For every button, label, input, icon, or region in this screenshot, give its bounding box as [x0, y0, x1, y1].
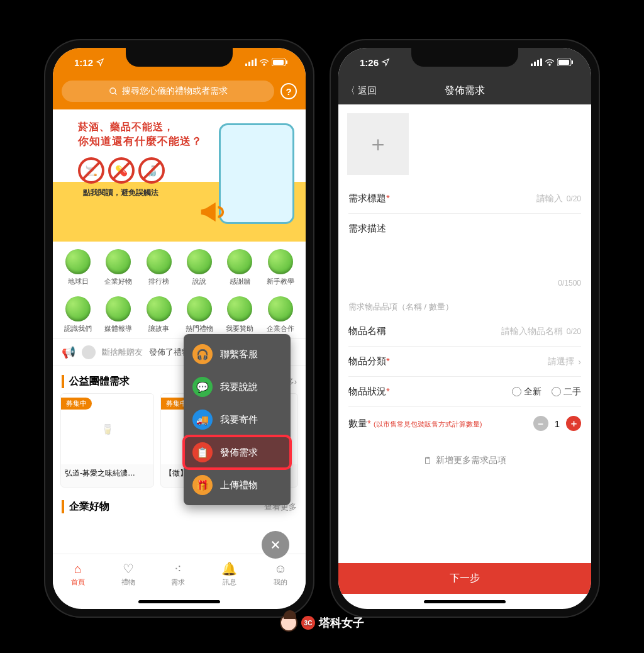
quick-item[interactable]: 熱門禮物 [179, 296, 219, 333]
add-item-button[interactable]: 🗒 新增更多需求品項 [338, 440, 591, 475]
title-input[interactable]: 請輸入 0/20 [536, 193, 581, 204]
home-indicator[interactable] [424, 600, 506, 603]
help-button[interactable]: ? [280, 83, 297, 99]
fab-publish-need[interactable]: 📋發佈需求 [184, 436, 291, 469]
section-subhead: 需求物品品項（名稱 / 數量） [348, 291, 581, 316]
svg-rect-6 [273, 60, 284, 65]
search-input[interactable]: 搜尋您心儀的禮物或者需求 [62, 81, 274, 102]
svg-rect-12 [531, 64, 533, 66]
quick-item[interactable]: 我要贊助 [219, 296, 260, 333]
banner-illustration [219, 123, 294, 224]
fab-contact[interactable]: 🎧聯繫客服 [184, 338, 291, 371]
radio-used[interactable]: 二手 [552, 386, 581, 398]
tab-needs[interactable]: ⁖需求 [171, 561, 185, 587]
status-time: 1:26 [360, 57, 379, 68]
chevron-right-icon: › [294, 377, 297, 386]
section-title: 企業好物 [62, 500, 109, 513]
battery-icon [557, 59, 574, 66]
link-icon [65, 296, 91, 321]
svg-point-4 [264, 64, 265, 65]
fab-upload-gift[interactable]: 🎁上傳禮物 [184, 469, 291, 501]
promo-banner[interactable]: 菸酒、藥品不能送， 你知道還有什麼不能送？ 🚬 💊 🍶 點我閱讀，避免誤觸法 [53, 109, 306, 242]
field-label: 物品分類 [348, 355, 386, 366]
svg-rect-2 [252, 60, 253, 66]
category-select[interactable]: 請選擇 › [548, 356, 581, 367]
qty-value: 1 [555, 418, 560, 429]
status-badge: 募集中 [61, 398, 92, 410]
signal-icon [245, 59, 257, 66]
fab-ship[interactable]: 🚚我要寄件 [184, 403, 291, 436]
radio-icon [512, 387, 521, 396]
tab-messages[interactable]: 🔔訊息 [221, 561, 237, 587]
qty-increase[interactable]: ＋ [566, 416, 581, 431]
quick-item[interactable]: 讓故事 [139, 296, 179, 333]
quick-item[interactable]: 排行榜 [139, 249, 179, 286]
svg-rect-15 [540, 59, 542, 66]
fab-close-button[interactable] [262, 531, 289, 559]
svg-rect-0 [245, 64, 247, 66]
search-icon [109, 87, 118, 96]
no-alcohol-icon: 🍶 [138, 157, 165, 184]
no-pills-icon: 💊 [108, 157, 135, 184]
quick-item[interactable]: 新手教學 [260, 249, 301, 286]
next-button[interactable]: 下一步 [338, 563, 591, 594]
field-hint: (以市售常見包裝販售方式計算數量) [374, 420, 482, 428]
bell-icon: 🔔 [221, 561, 237, 576]
quick-item[interactable]: 媒體報導 [98, 296, 138, 333]
qty-decrease[interactable]: − [533, 416, 548, 431]
dots-icon: ⁖ [174, 561, 182, 576]
quick-item[interactable]: 說說 [179, 249, 219, 286]
quick-item[interactable]: 地球日 [58, 249, 98, 286]
quick-item[interactable]: 感謝牆 [219, 249, 260, 286]
field-label: 數量 [348, 418, 367, 428]
truck-icon: 🚚 [192, 410, 213, 430]
svg-point-16 [549, 64, 550, 65]
quick-item[interactable]: 認識我們 [58, 296, 98, 333]
heart-outline-icon: ♡ [123, 561, 134, 576]
no-smoking-icon: 🚬 [78, 157, 104, 184]
tab-home[interactable]: ⌂首頁 [71, 562, 85, 587]
signal-icon [531, 59, 542, 66]
back-button[interactable]: 〈 返回 [346, 85, 377, 97]
tab-profile[interactable]: ☺我的 [274, 562, 287, 587]
sprout-icon [268, 249, 293, 274]
megaphone-icon [197, 198, 226, 226]
tab-bar: ⌂首頁 ♡禮物 ⁖需求 🔔訊息 ☺我的 [53, 554, 306, 594]
field-label: 物品狀況 [348, 386, 386, 396]
quick-menu: 地球日 企業好物 排行榜 說說 感謝牆 新手教學 認識我們 媒體報導 讓故事 熱… [53, 242, 306, 338]
quick-item[interactable]: 企業合作 [260, 296, 301, 333]
bulb-icon [187, 249, 212, 274]
search-placeholder: 搜尋您心儀的禮物或者需求 [122, 86, 228, 97]
char-count: 0/20 [567, 327, 581, 336]
piggy-icon [227, 296, 252, 321]
plus-icon: ＋ [367, 130, 389, 159]
svg-rect-3 [255, 59, 257, 66]
avatar [82, 345, 96, 359]
radio-icon [552, 387, 561, 396]
svg-rect-14 [537, 60, 539, 66]
wifi-icon [259, 59, 269, 66]
earth-icon [65, 249, 91, 274]
fab-talk[interactable]: 💬我要說說 [184, 371, 291, 403]
close-icon [270, 539, 281, 550]
recycle-icon [106, 249, 131, 274]
location-arrow-icon [381, 58, 390, 67]
image-upload[interactable]: ＋ [347, 113, 409, 175]
svg-rect-1 [248, 62, 250, 66]
plus-icon: ＋ [569, 418, 579, 430]
mascot-icon [280, 614, 297, 632]
item-name-input[interactable]: 請輸入物品名稱 0/20 [501, 326, 581, 337]
chevron-right-icon: › [578, 357, 581, 367]
home-indicator[interactable] [138, 600, 220, 603]
section-title: 公益團體需求 [62, 375, 130, 388]
heart-icon [227, 249, 252, 274]
headset-icon: 🎧 [192, 344, 213, 364]
quick-item[interactable]: 企業好物 [98, 249, 138, 286]
need-card[interactable]: 募集中 🥛 弘道-募愛之味純濃… [60, 393, 154, 488]
feed-username: 斷捨離贈友 [102, 347, 143, 358]
tab-gifts[interactable]: ♡禮物 [121, 561, 135, 587]
svg-rect-13 [534, 62, 536, 66]
radio-new[interactable]: 全新 [512, 386, 541, 398]
svg-point-8 [109, 87, 115, 93]
chat-icon: 💬 [192, 377, 213, 397]
